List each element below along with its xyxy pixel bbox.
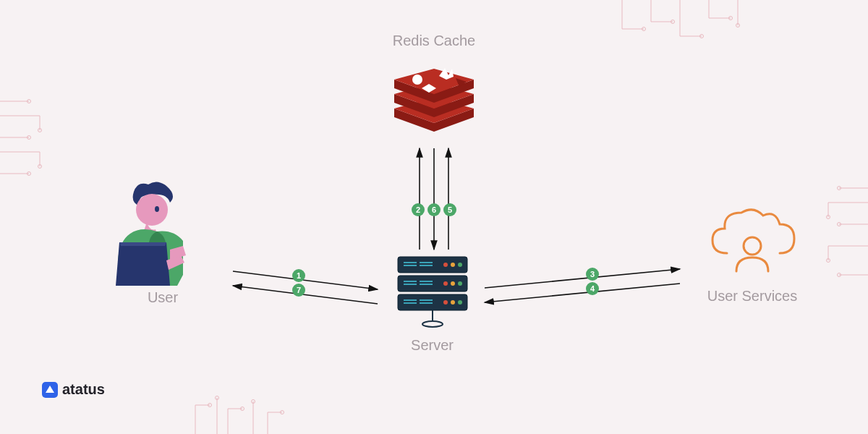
edge-badge-7: 7 <box>292 284 305 297</box>
svg-line-51 <box>233 286 378 304</box>
arrows-overlay <box>0 0 868 434</box>
atatus-logo-text: atatus <box>62 381 105 398</box>
atatus-logo-icon <box>42 382 58 398</box>
edge-badge-3: 3 <box>586 268 599 281</box>
svg-line-56 <box>485 284 680 302</box>
svg-line-55 <box>485 269 680 288</box>
brand-logo: atatus <box>42 381 105 398</box>
edge-badge-6: 6 <box>427 203 441 216</box>
edge-badge-1: 1 <box>292 269 305 282</box>
edge-badge-5: 5 <box>443 203 456 216</box>
svg-line-50 <box>233 271 378 289</box>
edge-badge-2: 2 <box>412 203 425 216</box>
edge-badge-4: 4 <box>586 282 599 295</box>
